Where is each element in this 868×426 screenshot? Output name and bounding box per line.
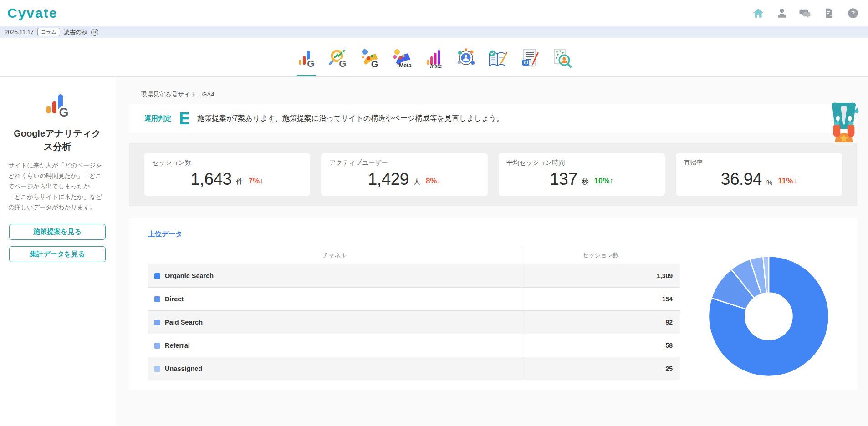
table-header-row: チャネル セッション数 <box>148 247 680 264</box>
metric-change: 10%↑ <box>594 177 613 188</box>
google-ads-icon: G <box>360 48 380 68</box>
svg-text:G: G <box>339 58 346 68</box>
ga-logo: G <box>0 92 115 120</box>
meta-ads-icon: Meta <box>392 48 413 68</box>
metric-label: 直帰率 <box>684 159 834 167</box>
header-icons: ? <box>752 7 859 19</box>
table-body: Organic Search1,309Direct154Paid Search9… <box>148 264 680 380</box>
persona-analysis-icon <box>551 47 572 68</box>
table-row[interactable]: Organic Search1,309 <box>148 264 680 288</box>
metric-card-bounce-rate: 直帰率 36.94 % 11%↓ <box>676 153 842 196</box>
judgement-message: 施策提案が7案あります。施策提案に沿ってサイトの構造やページ構成等を見直しましょ… <box>197 114 504 123</box>
channel-donut-chart <box>705 253 832 380</box>
svg-text:Insta: Insta <box>429 62 442 68</box>
tab-instagram-analysis[interactable]: Insta <box>424 46 444 68</box>
svg-text:G: G <box>307 58 314 68</box>
legend-square-icon <box>154 296 160 302</box>
session-count: 1,309 <box>521 264 680 287</box>
home-icon[interactable] <box>752 7 764 19</box>
tab-report-book[interactable] <box>487 46 508 68</box>
tab-google-ads[interactable]: G <box>360 46 381 68</box>
mascot-rhino <box>826 101 862 144</box>
donut-chart-area <box>680 230 857 390</box>
channel-name: Organic Search <box>165 272 214 279</box>
metric-label: アクティブユーザー <box>329 159 479 167</box>
sidebar: G Googleアナリティクス分析 サイトに来た人が「どのページをどれくらいの時… <box>0 77 115 426</box>
table-row[interactable]: Direct154 <box>148 288 680 311</box>
metric-label: セッション数 <box>152 159 302 167</box>
session-count: 92 <box>521 311 680 334</box>
metric-label: 平均セッション時間 <box>507 159 657 167</box>
column-header-sessions: セッション数 <box>521 247 680 264</box>
channel-name: Paid Search <box>165 319 203 326</box>
view-aggregate-data-button[interactable]: 集計データを見る <box>9 246 106 262</box>
notice-title: 読書の秋 <box>64 28 87 36</box>
svg-text:Meta: Meta <box>399 62 412 68</box>
table-row[interactable]: Paid Search92 <box>148 311 680 334</box>
google-analytics-icon: G <box>296 48 317 68</box>
main-content: 現場見守る君サイト - GA4 運用判定 E 施策提案が7案あります。施策提案に… <box>115 77 868 426</box>
session-count: 25 <box>521 357 680 380</box>
app-logo: Cyvate <box>7 5 57 21</box>
notice-arrow-icon[interactable] <box>91 29 98 36</box>
judgement-grade: E <box>179 111 190 127</box>
svg-text:?: ? <box>851 10 855 17</box>
access-network-icon <box>455 47 476 68</box>
tool-tabs: G G G Meta <box>0 38 868 77</box>
metric-change: 8%↓ <box>426 177 441 188</box>
top-data-card: 上位データ チャネル セッション数 Organic Search1,309Dir… <box>129 218 857 390</box>
notice-date: 2025.11.17 <box>5 29 34 36</box>
svg-text:G: G <box>59 106 68 119</box>
app-header: Cyvate ? <box>0 0 868 26</box>
metric-value: 137 <box>550 171 577 188</box>
tab-meta-ads[interactable]: Meta <box>392 46 413 68</box>
tab-persona-analysis[interactable] <box>551 46 572 68</box>
tab-google-analytics[interactable]: G <box>296 46 317 68</box>
metric-change: 7%↓ <box>249 177 264 188</box>
channel-table: チャネル セッション数 Organic Search1,309Direct154… <box>148 247 680 380</box>
user-icon[interactable] <box>776 7 788 19</box>
metric-unit: 件 <box>236 178 243 188</box>
metric-unit: % <box>766 178 772 188</box>
report-book-icon <box>487 48 508 68</box>
session-count: 154 <box>521 288 680 310</box>
top-data-title: 上位データ <box>148 230 680 238</box>
metric-card-avg-session-time: 平均セッション時間 137 秒 10%↑ <box>499 153 665 196</box>
metric-unit: 秒 <box>582 178 588 188</box>
metric-value: 36.94 <box>721 171 762 188</box>
notice-category-badge: コラム <box>37 28 60 36</box>
metric-value: 1,643 <box>191 171 232 188</box>
table-row[interactable]: Referral58 <box>148 334 680 357</box>
judgement-label: 運用判定 <box>144 114 172 123</box>
metric-card-sessions: セッション数 1,643 件 7%↓ <box>144 153 310 196</box>
legend-square-icon <box>154 273 160 279</box>
column-header-channel: チャネル <box>148 247 521 264</box>
channel-name: Referral <box>165 342 190 349</box>
svg-text:G: G <box>371 59 378 69</box>
ai-report-icon: AI <box>520 47 540 68</box>
site-title: 現場見守る君サイト - GA4 <box>141 91 868 99</box>
metric-change: 11%↓ <box>778 177 797 188</box>
instagram-analysis-icon: Insta <box>424 48 444 68</box>
search-console-icon: G <box>328 48 348 68</box>
metric-card-active-users: アクティブユーザー 1,429 人 8%↓ <box>321 153 487 196</box>
channel-name: Unassigned <box>165 365 202 372</box>
view-proposals-button[interactable]: 施策提案を見る <box>9 224 106 240</box>
export-icon[interactable] <box>823 7 835 19</box>
metric-band: セッション数 1,643 件 7%↓ アクティブユーザー 1,429 人 8%↓… <box>129 143 857 206</box>
tab-ai-report[interactable]: AI <box>519 46 540 68</box>
judgement-card: 運用判定 E 施策提案が7案あります。施策提案に沿ってサイトの構造やページ構成等… <box>129 104 857 133</box>
tab-search-console[interactable]: G <box>328 46 349 68</box>
session-count: 58 <box>521 334 680 357</box>
notice-bar[interactable]: 2025.11.17 コラム 読書の秋 <box>0 26 868 38</box>
tab-access-network[interactable] <box>455 46 476 68</box>
sidebar-title: Googleアナリティクス分析 <box>0 127 115 153</box>
channel-name: Direct <box>165 295 184 303</box>
metric-value: 1,429 <box>368 171 409 188</box>
table-row[interactable]: Unassigned25 <box>148 357 680 380</box>
svg-text:AI: AI <box>524 60 528 65</box>
metric-unit: 人 <box>414 178 420 188</box>
help-icon[interactable]: ? <box>847 7 859 19</box>
chat-icon[interactable] <box>799 7 812 19</box>
legend-square-icon <box>154 343 160 349</box>
